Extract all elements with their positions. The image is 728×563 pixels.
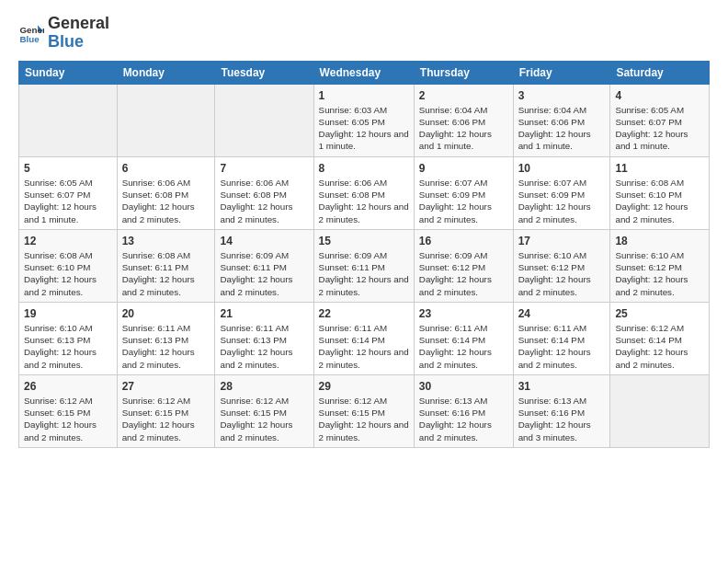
day-cell: 27Sunrise: 6:12 AMSunset: 6:15 PMDayligh… xyxy=(117,374,215,447)
day-detail: Daylight: 12 hours and 2 minutes. xyxy=(518,273,606,297)
day-detail: Daylight: 12 hours and 2 minutes. xyxy=(518,346,606,370)
day-number: 23 xyxy=(419,306,508,321)
day-cell: 28Sunrise: 6:12 AMSunset: 6:15 PMDayligh… xyxy=(215,374,313,447)
day-detail: Daylight: 12 hours and 1 minute. xyxy=(615,128,704,152)
day-detail: Sunset: 6:08 PM xyxy=(220,189,308,201)
day-cell: 19Sunrise: 6:10 AMSunset: 6:13 PMDayligh… xyxy=(19,302,118,374)
day-detail: Sunset: 6:11 PM xyxy=(319,261,409,273)
day-number: 26 xyxy=(24,379,112,394)
day-cell: 31Sunrise: 6:13 AMSunset: 6:16 PMDayligh… xyxy=(513,374,610,447)
day-number: 29 xyxy=(319,379,409,394)
day-detail: Sunset: 6:06 PM xyxy=(518,116,606,128)
day-detail: Sunrise: 6:05 AM xyxy=(24,177,112,189)
day-detail: Sunrise: 6:11 AM xyxy=(319,322,409,334)
day-number: 20 xyxy=(122,306,210,321)
day-number: 15 xyxy=(319,234,409,248)
week-row-5: 26Sunrise: 6:12 AMSunset: 6:15 PMDayligh… xyxy=(19,374,710,447)
day-detail: Sunset: 6:07 PM xyxy=(24,189,112,201)
day-number: 6 xyxy=(122,161,210,176)
day-cell xyxy=(610,374,710,447)
day-number: 9 xyxy=(419,161,508,176)
day-detail: Sunset: 6:07 PM xyxy=(615,116,704,128)
day-detail: Daylight: 12 hours and 2 minutes. xyxy=(220,201,308,224)
day-detail: Sunrise: 6:09 AM xyxy=(319,249,409,261)
day-detail: Sunrise: 6:06 AM xyxy=(319,177,409,189)
day-detail: Daylight: 12 hours and 2 minutes. xyxy=(24,273,112,297)
day-detail: Daylight: 12 hours and 2 minutes. xyxy=(122,346,210,370)
day-cell xyxy=(19,84,118,156)
day-detail: Daylight: 12 hours and 2 minutes. xyxy=(615,201,704,224)
weekday-header-friday: Friday xyxy=(513,61,610,84)
day-number: 7 xyxy=(220,161,308,176)
day-number: 25 xyxy=(615,306,704,321)
day-cell: 17Sunrise: 6:10 AMSunset: 6:12 PMDayligh… xyxy=(513,229,610,302)
day-detail: Sunrise: 6:06 AM xyxy=(220,177,308,189)
day-cell: 29Sunrise: 6:12 AMSunset: 6:15 PMDayligh… xyxy=(313,374,414,447)
day-number: 28 xyxy=(220,379,308,394)
day-cell: 6Sunrise: 6:06 AMSunset: 6:08 PMDaylight… xyxy=(117,156,215,229)
day-detail: Sunrise: 6:06 AM xyxy=(122,177,210,189)
day-detail: Daylight: 12 hours and 1 minute. xyxy=(24,201,112,224)
day-detail: Daylight: 12 hours and 2 minutes. xyxy=(419,201,508,224)
day-detail: Sunset: 6:08 PM xyxy=(122,189,210,201)
day-detail: Daylight: 12 hours and 2 minutes. xyxy=(319,346,409,370)
day-number: 4 xyxy=(615,88,704,103)
day-detail: Sunset: 6:15 PM xyxy=(24,407,112,419)
day-cell: 24Sunrise: 6:11 AMSunset: 6:14 PMDayligh… xyxy=(513,302,610,374)
day-detail: Sunset: 6:12 PM xyxy=(615,261,704,273)
day-detail: Sunset: 6:16 PM xyxy=(518,407,606,419)
day-detail: Sunset: 6:15 PM xyxy=(122,407,210,419)
day-detail: Sunrise: 6:07 AM xyxy=(419,177,508,189)
day-detail: Sunset: 6:12 PM xyxy=(419,261,508,273)
day-number: 31 xyxy=(518,379,606,394)
day-detail: Sunset: 6:11 PM xyxy=(122,261,210,273)
day-detail: Daylight: 12 hours and 3 minutes. xyxy=(518,419,606,442)
weekday-header-monday: Monday xyxy=(117,61,215,84)
day-detail: Daylight: 12 hours and 2 minutes. xyxy=(220,419,308,442)
day-detail: Sunrise: 6:04 AM xyxy=(419,104,508,116)
day-detail: Sunrise: 6:12 AM xyxy=(24,395,112,407)
day-cell: 26Sunrise: 6:12 AMSunset: 6:15 PMDayligh… xyxy=(19,374,118,447)
day-detail: Daylight: 12 hours and 2 minutes. xyxy=(319,273,409,297)
day-detail: Sunrise: 6:03 AM xyxy=(319,104,409,116)
day-detail: Sunset: 6:11 PM xyxy=(220,261,308,273)
day-detail: Sunrise: 6:12 AM xyxy=(122,395,210,407)
week-row-1: 1Sunrise: 6:03 AMSunset: 6:05 PMDaylight… xyxy=(19,84,710,156)
day-detail: Daylight: 12 hours and 2 minutes. xyxy=(24,419,112,442)
day-cell: 30Sunrise: 6:13 AMSunset: 6:16 PMDayligh… xyxy=(414,374,513,447)
week-row-2: 5Sunrise: 6:05 AMSunset: 6:07 PMDaylight… xyxy=(19,156,710,229)
calendar-table: SundayMondayTuesdayWednesdayThursdayFrid… xyxy=(18,61,710,448)
weekday-header-row: SundayMondayTuesdayWednesdayThursdayFrid… xyxy=(19,61,710,84)
day-cell: 4Sunrise: 6:05 AMSunset: 6:07 PMDaylight… xyxy=(610,84,710,156)
day-detail: Sunset: 6:13 PM xyxy=(220,334,308,346)
day-detail: Daylight: 12 hours and 2 minutes. xyxy=(419,346,508,370)
header: General Blue GeneralBlue xyxy=(18,15,710,52)
svg-text:Blue: Blue xyxy=(19,34,40,44)
day-detail: Sunset: 6:12 PM xyxy=(518,261,606,273)
day-number: 19 xyxy=(24,306,112,321)
day-detail: Sunset: 6:14 PM xyxy=(615,334,704,346)
day-number: 8 xyxy=(319,161,409,176)
day-number: 5 xyxy=(24,161,112,176)
day-detail: Daylight: 12 hours and 2 minutes. xyxy=(615,346,704,370)
weekday-header-wednesday: Wednesday xyxy=(313,61,414,84)
day-detail: Daylight: 12 hours and 2 minutes. xyxy=(122,273,210,297)
day-detail: Daylight: 12 hours and 1 minute. xyxy=(419,128,508,152)
day-detail: Sunrise: 6:10 AM xyxy=(615,249,704,261)
day-number: 14 xyxy=(220,234,308,248)
day-number: 1 xyxy=(319,88,409,103)
day-number: 3 xyxy=(518,88,606,103)
day-detail: Sunrise: 6:07 AM xyxy=(518,177,606,189)
day-detail: Sunrise: 6:11 AM xyxy=(220,322,308,334)
day-cell: 12Sunrise: 6:08 AMSunset: 6:10 PMDayligh… xyxy=(19,229,118,302)
day-detail: Daylight: 12 hours and 2 minutes. xyxy=(615,273,704,297)
day-detail: Sunrise: 6:13 AM xyxy=(518,395,606,407)
day-detail: Sunset: 6:15 PM xyxy=(220,407,308,419)
day-number: 22 xyxy=(319,306,409,321)
day-detail: Daylight: 12 hours and 2 minutes. xyxy=(419,419,508,442)
day-detail: Sunset: 6:14 PM xyxy=(419,334,508,346)
weekday-header-tuesday: Tuesday xyxy=(215,61,313,84)
day-cell: 11Sunrise: 6:08 AMSunset: 6:10 PMDayligh… xyxy=(610,156,710,229)
day-cell: 10Sunrise: 6:07 AMSunset: 6:09 PMDayligh… xyxy=(513,156,610,229)
day-number: 27 xyxy=(122,379,210,394)
